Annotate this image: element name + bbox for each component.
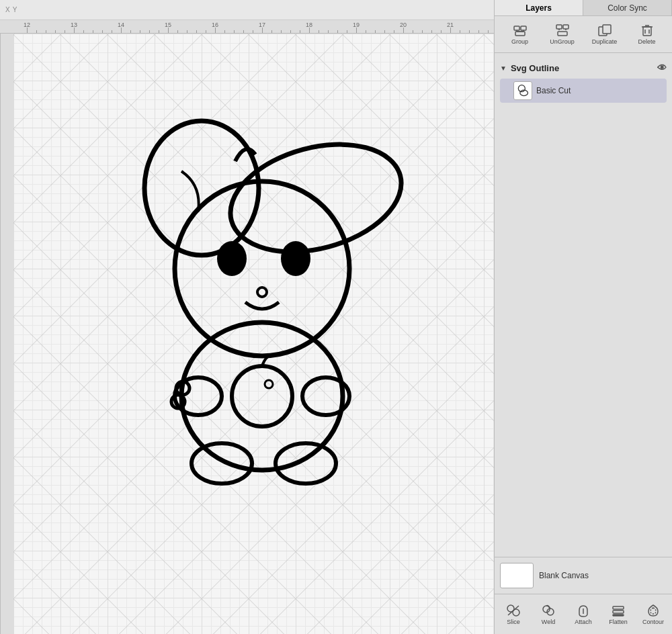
blank-canvas-thumbnail: [500, 563, 534, 588]
duplicate-label: Duplicate: [592, 38, 618, 45]
delete-icon: [639, 24, 655, 37]
svg-point-8: [265, 380, 273, 388]
ungroup-label: UnGroup: [550, 38, 575, 45]
svg-outline-label: Svg Outline: [511, 63, 559, 73]
svg-rect-42: [613, 610, 624, 613]
svg-rect-28: [643, 27, 651, 36]
svg-point-11: [192, 443, 252, 484]
svg-rect-15: [514, 26, 519, 30]
flatten-label: Flatten: [609, 619, 628, 625]
layer-group-header[interactable]: ▼ Svg Outline 👁: [500, 58, 667, 77]
slice-label: Slice: [507, 619, 520, 625]
top-bar: X Y: [0, 0, 494, 20]
canvas-area: X Y 12131415161718192021: [0, 0, 494, 634]
character-svg[interactable]: [67, 67, 437, 537]
layer-group-svg-outline: ▼ Svg Outline 👁 Basic Cut: [495, 57, 672, 105]
ruler-horizontal: 12131415161718192021: [0, 20, 494, 34]
svg-point-12: [276, 443, 336, 484]
basic-cut-label: Basic Cut: [536, 86, 571, 95]
canvas-row: [0, 34, 494, 634]
attach-icon: [576, 604, 591, 617]
layer-item-basic-cut[interactable]: Basic Cut: [500, 79, 667, 103]
contour-label: Contour: [642, 619, 664, 625]
svg-point-4: [217, 241, 247, 276]
blank-canvas-label: Blank Canvas: [539, 571, 589, 580]
group-label: Group: [511, 38, 528, 45]
svg-rect-27: [603, 25, 611, 34]
delete-button[interactable]: Delete: [628, 18, 665, 50]
ruler-vertical: [0, 34, 13, 634]
contour-button[interactable]: Contour: [637, 597, 669, 632]
svg-rect-16: [521, 26, 526, 30]
canvas-container[interactable]: [13, 34, 494, 634]
flatten-button[interactable]: Flatten: [602, 597, 634, 632]
x-label: X: [5, 6, 10, 13]
svg-rect-41: [613, 606, 624, 609]
svg-rect-22: [563, 25, 569, 29]
svg-point-6: [257, 287, 267, 297]
bottom-toolbar: Slice Weld Attach: [495, 594, 672, 634]
flatten-icon: [611, 604, 626, 617]
duplicate-icon: [597, 24, 613, 37]
group-button[interactable]: Group: [501, 18, 538, 50]
duplicate-button[interactable]: Duplicate: [586, 18, 623, 50]
group-icon: [512, 24, 528, 37]
visibility-icon[interactable]: 👁: [657, 62, 667, 73]
weld-button[interactable]: Weld: [532, 597, 564, 632]
svg-rect-23: [558, 32, 567, 36]
attach-button[interactable]: Attach: [567, 597, 599, 632]
layer-thumbnail: [513, 81, 532, 100]
delete-label: Delete: [638, 38, 655, 45]
ungroup-icon: [554, 24, 571, 37]
collapse-arrow-icon: ▼: [500, 64, 507, 72]
tab-color-sync[interactable]: Color Sync: [583, 0, 672, 15]
svg-point-7: [232, 366, 292, 426]
layers-section: ▼ Svg Outline 👁 Basic Cut: [495, 53, 672, 557]
svg-point-5: [281, 241, 310, 276]
right-panel: Layers Color Sync Group: [494, 0, 672, 634]
slice-icon: [506, 604, 521, 617]
weld-label: Weld: [542, 619, 555, 625]
contour-icon: [646, 604, 661, 617]
svg-rect-43: [613, 615, 624, 616]
y-label: Y: [13, 6, 17, 13]
svg-point-2: [175, 181, 349, 356]
icon-toolbar: Group UnGroup Duplicate: [495, 16, 672, 53]
attach-label: Attach: [575, 619, 592, 625]
tab-layers[interactable]: Layers: [495, 0, 583, 15]
svg-rect-17: [515, 32, 525, 36]
slice-button[interactable]: Slice: [497, 597, 530, 632]
svg-rect-21: [556, 25, 562, 29]
weld-icon: [541, 604, 556, 617]
tabs: Layers Color Sync: [495, 0, 672, 16]
blank-canvas-section[interactable]: Blank Canvas: [495, 557, 672, 594]
ungroup-button[interactable]: UnGroup: [544, 18, 581, 50]
